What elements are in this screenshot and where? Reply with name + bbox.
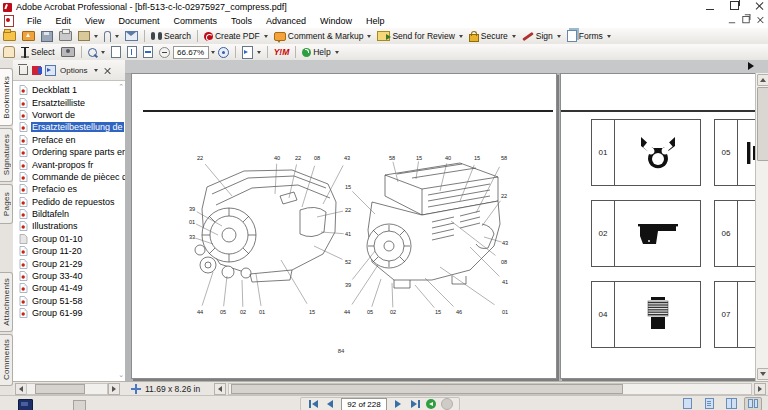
bookmark-item[interactable]: Ordering spare parts en [19, 146, 125, 158]
chevron-down-icon[interactable] [94, 69, 98, 72]
sign-button[interactable]: Sign [519, 30, 564, 42]
bookmark-item[interactable]: Group 41-49 [19, 282, 125, 294]
parts-group-cell[interactable]: 02 [591, 200, 701, 267]
bookmark-item[interactable]: Commande de piècec d [19, 171, 125, 183]
bookmark-item[interactable]: Deckblatt 1 [19, 84, 125, 96]
bookmark-item[interactable]: Illustrations [19, 220, 125, 232]
parts-group-cell[interactable]: 07 [714, 281, 758, 348]
bookmark-item[interactable]: Prefacio es [19, 183, 125, 195]
secure-button[interactable]: Secure [466, 30, 519, 43]
zoom-in-button[interactable] [215, 46, 232, 59]
tab-bookmarks[interactable]: Bookmarks [0, 68, 13, 126]
bm-hscroll-thumb[interactable] [35, 384, 85, 394]
select-tool-button[interactable]: Select [18, 46, 58, 59]
save-button[interactable] [38, 30, 56, 43]
scroll-down-hint-icon[interactable]: ⌄ [118, 371, 124, 379]
continuous-facing-layout-button[interactable] [722, 397, 740, 410]
previous-view-button[interactable] [426, 399, 436, 409]
restore-icon[interactable] [730, 1, 739, 10]
bookmark-item[interactable]: Group 51-58 [19, 295, 125, 307]
print-button[interactable] [56, 30, 75, 42]
scroll-down-button[interactable] [757, 368, 768, 380]
new-bookmark-icon[interactable] [45, 65, 56, 76]
pdf-doc-icon[interactable] [4, 15, 14, 27]
scroll-up-button[interactable] [757, 74, 768, 86]
close-icon[interactable] [755, 1, 764, 10]
ym-button[interactable]: Y!M [271, 46, 293, 58]
snapshot-button[interactable] [58, 46, 78, 58]
organizer-button[interactable] [75, 30, 101, 42]
next-page-button[interactable] [392, 399, 404, 410]
scroll-up-hint-icon[interactable]: ⌃ [118, 83, 124, 91]
menu-window[interactable]: Window [313, 16, 359, 26]
menu-tools[interactable]: Tools [224, 16, 259, 26]
bookmark-item[interactable]: Vorwort de [19, 109, 125, 121]
zoom-level-box[interactable]: 66.67% [173, 46, 209, 59]
previous-page-button[interactable] [324, 399, 336, 410]
doc-scroll-left-button[interactable] [214, 383, 226, 395]
search-button[interactable]: Search [148, 30, 194, 42]
fit-page-button[interactable] [124, 45, 140, 59]
create-pdf-button[interactable]: Create PDF [201, 30, 271, 42]
page-number-input[interactable] [341, 398, 387, 410]
pan-move-icon[interactable] [131, 384, 141, 394]
doc-minimize-icon[interactable] [729, 16, 735, 23]
single-page-layout-button[interactable] [678, 397, 696, 410]
send-for-review-button[interactable]: Send for Review [374, 30, 465, 42]
minimize-icon[interactable] [706, 1, 714, 10]
doc-hscroll-track[interactable] [228, 383, 752, 395]
hand-tool-button[interactable] [0, 45, 18, 59]
actual-size-button[interactable] [108, 45, 124, 59]
bookmark-item[interactable]: Group 33-40 [19, 270, 125, 282]
bookmark-item[interactable]: Group 21-29 [19, 257, 125, 269]
facing-layout-button[interactable] [744, 397, 762, 410]
help-button[interactable]: Help [299, 46, 341, 58]
hide-toolbar-arrow-icon[interactable] [748, 62, 754, 70]
parts-group-cell[interactable]: 06 [714, 200, 758, 267]
parts-group-cell[interactable]: 01 [591, 119, 701, 186]
menu-edit[interactable]: Edit [49, 16, 79, 26]
tab-signatures[interactable]: Signatures [0, 128, 13, 182]
bookmark-item[interactable]: Group 01-10 [19, 233, 125, 245]
menu-view[interactable]: View [78, 16, 111, 26]
expand-current-bookmark-icon[interactable] [32, 66, 41, 75]
parts-group-cell[interactable]: 05 [714, 119, 758, 186]
bookmark-item[interactable]: Ersatzteilliste [19, 96, 125, 108]
comment-markup-button[interactable]: Comment & Markup [271, 30, 375, 42]
parts-group-cell[interactable]: 04 [591, 281, 701, 348]
upload-button[interactable] [19, 30, 38, 42]
menu-advanced[interactable]: Advanced [259, 16, 313, 26]
tab-attachments[interactable]: Attachments [0, 272, 13, 332]
menu-comments[interactable]: Comments [166, 16, 224, 26]
first-page-button[interactable] [307, 399, 319, 410]
bookmark-item[interactable]: Ersatzteilbestellung de [19, 121, 125, 133]
bookmark-item[interactable]: Bildtafeln [19, 208, 125, 220]
forms-button[interactable]: Forms [564, 29, 614, 43]
delete-bookmark-icon[interactable] [19, 66, 28, 75]
menu-file[interactable]: File [20, 16, 49, 26]
zoom-out-button[interactable] [156, 46, 173, 59]
tab-comments[interactable]: Comments [0, 334, 13, 386]
doc-hscroll-thumb[interactable] [231, 384, 623, 394]
doc-restore-icon[interactable] [742, 16, 749, 23]
menu-document[interactable]: Document [111, 16, 166, 26]
open-button[interactable] [0, 30, 19, 42]
page-display-button[interactable] [239, 45, 264, 60]
doc-close-icon[interactable] [757, 16, 764, 23]
menu-help[interactable]: Help [359, 16, 392, 26]
tab-pages[interactable]: Pages [0, 184, 13, 224]
doc-scroll-right-button[interactable] [754, 383, 766, 395]
bookmark-item[interactable]: Avant-propos fr [19, 158, 125, 170]
email-button[interactable] [122, 30, 141, 42]
next-view-button[interactable] [441, 398, 453, 410]
last-page-button[interactable] [409, 399, 421, 410]
zoom-tool-button[interactable] [85, 47, 108, 58]
bookmark-item[interactable]: Pedido de repuestos [19, 196, 125, 208]
panel-close-icon[interactable] [104, 67, 111, 74]
vertical-scroll-thumb[interactable] [757, 87, 768, 161]
bookmark-item[interactable]: Group 61-99 [19, 307, 125, 319]
continuous-layout-button[interactable] [700, 397, 718, 410]
options-menu[interactable]: Options [60, 66, 88, 75]
bm-scroll-right-button[interactable] [108, 383, 120, 395]
document-pane[interactable]: 22402208431539013322415239444405020115 5… [125, 60, 768, 381]
